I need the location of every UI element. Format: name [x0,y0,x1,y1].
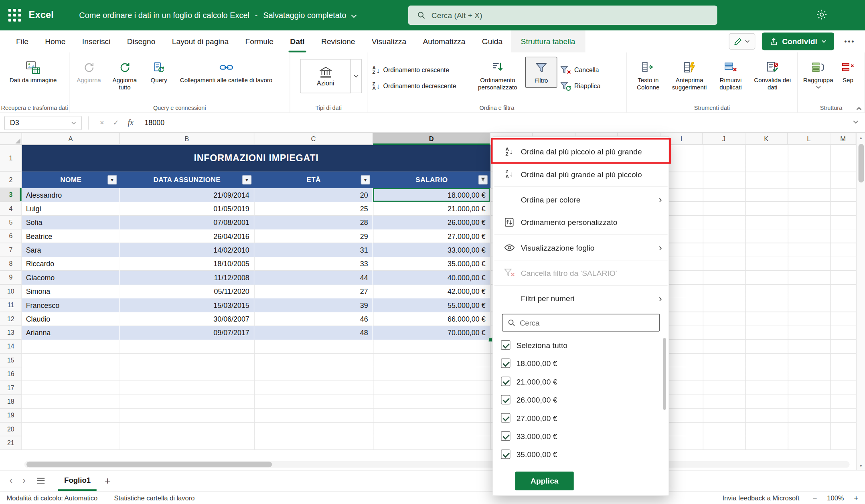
cell-salario[interactable]: 21.000,00 € [373,202,490,216]
query-button[interactable]: Query [144,57,174,87]
cell-eta[interactable]: 27 [254,285,373,298]
add-sheet-button[interactable]: + [97,475,118,487]
vertical-scrollbar-thumb[interactable] [858,144,864,182]
anteprima-suggerimenti-button[interactable]: Anteprima suggerimenti [667,57,711,94]
filter-value-checkbox[interactable]: 27.000,00 € [493,409,669,427]
menu-item-sort-largest-to-smallest[interactable]: AZ↓ Ordina dal più grande al più piccolo [493,163,669,185]
ribbon-tab[interactable]: Revisione [313,30,363,53]
cell-salario[interactable]: 70.000,00 € [373,326,490,340]
row-header[interactable]: 17 [0,381,22,395]
ordinamento-crescente-button[interactable]: AZ ↓ Ordinamento crescente [370,63,470,77]
ribbon-more-button[interactable]: ••• [841,37,859,46]
cell-nome[interactable]: Giacomo [22,271,120,284]
aggiorna-button[interactable]: Aggiorna [72,57,106,87]
cell-nome[interactable]: Arianna [22,326,120,340]
table-title-cell[interactable]: INFORMAZIONI IMPIEGATI [22,145,490,172]
row-header[interactable]: 19 [0,409,22,422]
column-header[interactable]: A [22,133,120,145]
ribbon-tab[interactable]: Inserisci [74,30,119,53]
row-header[interactable]: 18 [0,395,22,409]
tab-struttura-tabella[interactable]: Struttura tabella [511,30,585,53]
cell-eta[interactable]: 48 [254,326,373,340]
apply-button[interactable]: Applica [515,472,574,490]
menu-item-sheet-view[interactable]: Visualizzazione foglio › [493,236,669,259]
zoom-in-button[interactable]: + [854,494,858,502]
azioni-button[interactable]: Azioni [300,59,351,93]
app-launcher-icon[interactable] [0,0,29,30]
cell-nome[interactable]: Riccardo [22,257,120,271]
table-resize-handle[interactable] [488,338,492,342]
separa-button[interactable]: Sep [837,57,860,87]
cell-data-assunzione[interactable]: 05/11/2020 [120,285,255,298]
ribbon-tab[interactable]: Home [37,30,74,53]
column-header[interactable]: K [745,133,788,145]
aggiorna-tutto-button[interactable]: Aggiorna tutto [106,57,144,94]
filter-value-checkbox[interactable]: 35.000,00 € [493,445,669,463]
cell-salario[interactable]: 33.000,00 € [373,243,490,257]
cell-grid[interactable]: INFORMAZIONI IMPIEGATI NOME ▾ DATA ASSUN… [22,145,856,450]
cell-salario[interactable]: 66.000,00 € [373,312,490,326]
ordinamento-personalizzato-button[interactable]: Ordinamento personalizzato [470,57,525,94]
confirm-entry-icon[interactable]: ✓ [108,119,123,127]
cell-nome[interactable]: Luigi [22,202,120,216]
row-header[interactable]: 13 [0,326,22,340]
menu-item-custom-sort[interactable]: Ordinamento personalizzato [493,211,669,233]
ribbon-tab[interactable]: Disegno [119,30,164,53]
raggruppa-button[interactable]: Raggruppa [800,57,837,92]
expand-formula-bar-icon[interactable] [853,120,859,123]
column-header[interactable]: M [830,133,856,145]
filter-value-checkbox[interactable]: Seleziona tutto [493,336,669,354]
row-header[interactable]: 9 [0,271,22,284]
header-cell-data-assunzione[interactable]: DATA ASSUNZIONE ▾ [120,172,255,188]
ribbon-tab[interactable]: File [8,30,36,53]
row-header[interactable]: 14 [0,340,22,353]
cell-salario[interactable]: 40.000,00 € [373,271,490,284]
row-header[interactable]: 12 [0,312,22,326]
sheet-tab-foglio1[interactable]: Foglio1 [58,470,97,491]
column-header[interactable]: J [703,133,745,145]
insert-function-icon[interactable]: fx [123,118,138,127]
menu-item-sort-by-color[interactable]: Ordina per colore › [493,188,669,211]
cell-salario[interactable]: 26.000,00 € [373,216,490,229]
cell-data-assunzione[interactable]: 15/03/2015 [120,298,255,312]
filtro-button[interactable]: Filtro [525,57,557,88]
feedback-link[interactable]: Invia feedback a Microsoft [723,494,800,502]
menu-item-sort-smallest-to-largest[interactable]: AZ↓ Ordina dal più piccolo al più grande [493,140,669,162]
collegamenti-button[interactable]: Collegamenti alle cartelle di lavoro [174,57,278,87]
header-cell-nome[interactable]: NOME ▾ [22,172,120,188]
filter-dropdown-button-nome[interactable]: ▾ [107,175,117,184]
column-header[interactable]: B [120,133,255,145]
cell-salario[interactable]: 27.000,00 € [373,229,490,243]
row-header[interactable]: 16 [0,367,22,381]
menu-item-number-filters[interactable]: Filtri per numeri › [493,287,669,309]
cell-data-assunzione[interactable]: 14/02/2010 [120,243,255,257]
row-header[interactable]: 5 [0,216,22,229]
cell-salario[interactable]: 55.000,00 € [373,298,490,312]
row-header[interactable]: 15 [0,354,22,367]
row-header[interactable]: 4 [0,202,22,216]
horizontal-scrollbar-thumb[interactable] [26,461,272,467]
filter-dropdown-button-eta[interactable]: ▾ [361,175,370,184]
header-cell-salario[interactable]: SALARIO [373,172,490,188]
filter-value-checkbox[interactable]: 33.000,00 € [493,427,669,445]
ribbon-tab[interactable]: Dati [282,30,313,53]
row-header[interactable]: 3 [0,188,22,202]
cell-eta[interactable]: 33 [254,257,373,271]
cell-eta[interactable]: 20 [254,188,373,202]
row-header[interactable]: 2 [0,172,22,188]
cell-nome[interactable]: Beatrice [22,229,120,243]
titlebar-search-input[interactable] [431,11,696,20]
cell-data-assunzione[interactable]: 30/06/2007 [120,312,255,326]
calc-mode-status[interactable]: Modalità di calcolo: Automatico [7,494,98,502]
horizontal-scrollbar[interactable] [24,461,850,468]
cell-eta[interactable]: 46 [254,312,373,326]
cell-nome[interactable]: Simona [22,285,120,298]
row-header[interactable]: 10 [0,285,22,298]
cell-data-assunzione[interactable]: 07/08/2001 [120,216,255,229]
share-button[interactable]: Condividi [762,32,834,50]
azioni-dropdown-button[interactable] [351,59,362,93]
name-box[interactable]: D3 [4,115,82,130]
filter-list-scrollbar-thumb[interactable] [663,338,666,410]
column-header[interactable]: C [254,133,373,145]
cell-nome[interactable]: Sara [22,243,120,257]
